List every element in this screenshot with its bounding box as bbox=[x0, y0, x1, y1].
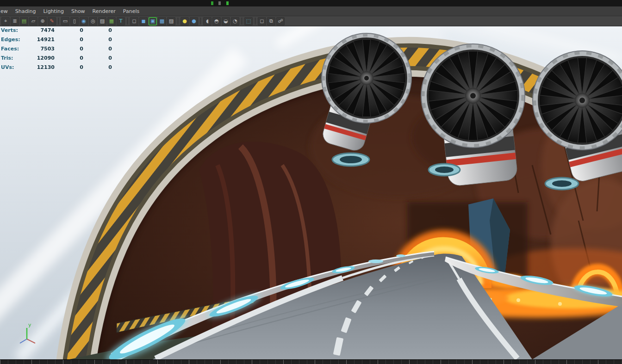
menu-panels[interactable]: Panels bbox=[119, 8, 143, 14]
toolbar-separator bbox=[200, 18, 201, 25]
select-camera-icon[interactable]: ⌖ bbox=[1, 17, 10, 25]
x-ray-joints-icon[interactable]: ◓ bbox=[212, 17, 221, 25]
film-gate-icon[interactable]: ▭ bbox=[61, 17, 69, 25]
toolbar-separator bbox=[58, 18, 59, 25]
gate-mask-icon[interactable]: ◉ bbox=[80, 17, 88, 25]
resolution-gate-icon[interactable]: ▯ bbox=[70, 17, 79, 25]
time-slider[interactable] bbox=[0, 359, 622, 364]
axis-y-label: y bbox=[28, 322, 31, 328]
camera-attributes-icon[interactable]: ≣ bbox=[11, 17, 19, 25]
maya-panel-window: ew Shading Lighting Show Renderer Panels… bbox=[0, 0, 622, 364]
menu-renderer[interactable]: Renderer bbox=[89, 8, 119, 14]
menu-shading[interactable]: Shading bbox=[12, 8, 40, 14]
viewport-scene: y bbox=[0, 26, 622, 359]
toolbar-separator bbox=[242, 18, 242, 25]
scene-turbine-2 bbox=[421, 44, 525, 186]
grease-pencil-icon[interactable]: ✎ bbox=[48, 17, 56, 25]
safe-title-icon[interactable]: ▦ bbox=[107, 17, 116, 25]
transparency-sorting-icon[interactable]: ◔ bbox=[231, 17, 239, 25]
status-marker-icon bbox=[226, 1, 229, 5]
duplicate-panel-icon[interactable]: ⧉ bbox=[267, 17, 275, 25]
hud-toggle-icon[interactable]: T bbox=[117, 17, 125, 25]
safe-action-icon[interactable]: ▨ bbox=[98, 17, 106, 25]
toolbar-separator bbox=[127, 18, 128, 25]
toolbar-separator bbox=[255, 18, 255, 25]
status-marker-icon bbox=[211, 1, 213, 5]
smooth-shade-icon[interactable]: ◼ bbox=[139, 17, 148, 25]
window-top-strip bbox=[0, 0, 622, 6]
wireframe-on-shaded-icon[interactable]: ▣ bbox=[149, 17, 157, 25]
x-ray-active-components-icon[interactable]: ◒ bbox=[222, 17, 230, 25]
status-marker-icon bbox=[218, 1, 221, 5]
isolate-select-icon[interactable]: ⬚ bbox=[244, 17, 253, 25]
menu-show[interactable]: Show bbox=[68, 8, 89, 14]
menu-lighting[interactable]: Lighting bbox=[39, 8, 67, 14]
tear-off-panel-icon[interactable]: ◻ bbox=[258, 17, 266, 25]
toolbar-separator bbox=[178, 18, 178, 25]
menu-view[interactable]: ew bbox=[0, 8, 12, 14]
use-all-lights-icon[interactable]: ● bbox=[180, 17, 189, 25]
share-view-icon[interactable]: ☍ bbox=[276, 17, 285, 25]
shadows-icon[interactable]: ● bbox=[190, 17, 198, 25]
pan-zoom-icon[interactable]: ⊕ bbox=[38, 17, 47, 25]
viewport[interactable]: y Verts: 7474 0 0 Edges: 14921 0 0 Faces… bbox=[0, 26, 622, 359]
wireframe-icon[interactable]: ◻ bbox=[130, 17, 138, 25]
x-ray-icon[interactable]: ◖ bbox=[203, 17, 211, 25]
textured-icon[interactable]: ▩ bbox=[158, 17, 166, 25]
use-default-material-icon[interactable]: ▨ bbox=[167, 17, 175, 25]
panel-toolbar: ⌖ ≣ ▤ ▱ ⊕ ✎ ▭ ▯ ◉ ◎ ▨ ▦ T ◻ ◼ ▣ ▩ ▨ ● ● … bbox=[0, 16, 622, 26]
field-chart-icon[interactable]: ◎ bbox=[89, 17, 97, 25]
bookmarks-icon[interactable]: ▤ bbox=[20, 17, 28, 25]
image-plane-icon[interactable]: ▱ bbox=[29, 17, 37, 25]
panel-menubar: ew Shading Lighting Show Renderer Panels bbox=[0, 6, 622, 16]
